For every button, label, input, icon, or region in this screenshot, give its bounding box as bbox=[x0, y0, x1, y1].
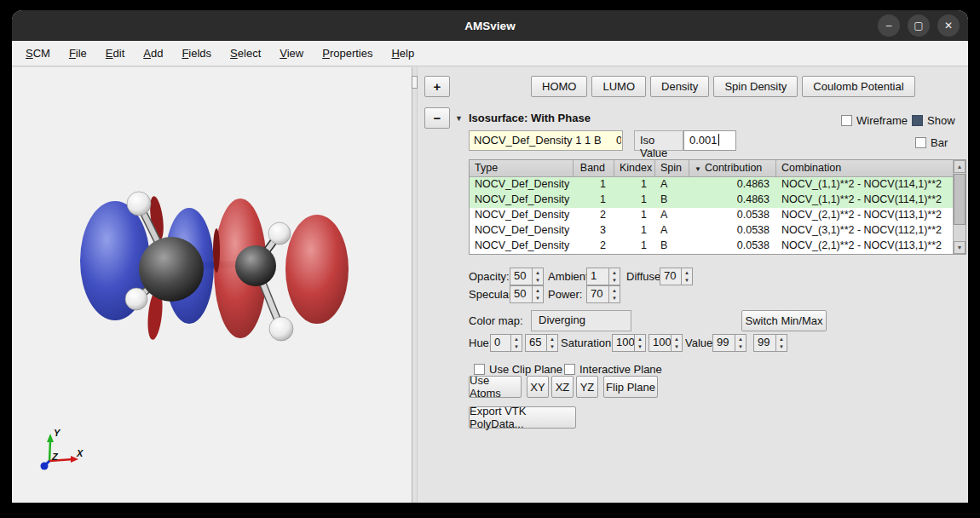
interactive-plane-checkbox[interactable] bbox=[564, 364, 575, 375]
spin-arrows: ▲▼ bbox=[681, 268, 692, 285]
scroll-down-icon[interactable]: ▼ bbox=[954, 241, 966, 254]
specular-spinbox[interactable]: 50▲▼ bbox=[510, 285, 544, 303]
saturation-max-spinbox[interactable]: 100▲▼ bbox=[649, 334, 683, 352]
column-header-combination[interactable]: Combination bbox=[776, 160, 966, 177]
spin-up-icon[interactable]: ▲ bbox=[672, 335, 682, 343]
spin-up-icon[interactable]: ▲ bbox=[547, 335, 557, 343]
homo-button[interactable]: HOMO bbox=[531, 76, 587, 97]
table-cell: B bbox=[655, 193, 689, 208]
column-header-spin[interactable]: Spin bbox=[655, 160, 689, 177]
bar-checkbox[interactable] bbox=[915, 137, 926, 148]
spin-up-icon[interactable]: ▲ bbox=[533, 286, 543, 295]
spin-arrows: ▲▼ bbox=[608, 268, 620, 285]
titlebar[interactable]: AMSview – ▢ ✕ bbox=[12, 10, 968, 41]
wireframe-checkbox[interactable] bbox=[841, 115, 852, 126]
column-header-band[interactable]: Band bbox=[574, 160, 614, 177]
spin-up-icon[interactable]: ▲ bbox=[609, 286, 620, 295]
spin-down-icon[interactable]: ▼ bbox=[609, 277, 620, 285]
menu-fields[interactable]: Fields bbox=[175, 43, 218, 63]
table-row[interactable]: NOCV_Def_Density21B0.0538NOCV_(2,1)**2 -… bbox=[470, 239, 966, 254]
export-vtk-button[interactable]: Export VTK PolyData... bbox=[469, 406, 576, 429]
maximize-icon[interactable]: ▢ bbox=[908, 14, 930, 37]
yz-plane-button[interactable]: YZ bbox=[576, 376, 598, 398]
table-cell: 2 bbox=[574, 208, 614, 223]
close-icon[interactable]: ✕ bbox=[937, 14, 960, 37]
scrollbar-thumb[interactable] bbox=[954, 174, 966, 225]
menu-help[interactable]: Help bbox=[384, 43, 421, 63]
ambient-spinbox[interactable]: 1▲▼ bbox=[586, 268, 620, 285]
spin-down-icon[interactable]: ▼ bbox=[682, 277, 692, 285]
iso-value-input[interactable]: 0.001 bbox=[683, 130, 736, 151]
xy-plane-button[interactable]: XY bbox=[527, 376, 549, 398]
colormap-label: Color map: bbox=[469, 314, 523, 327]
density-button[interactable]: Density bbox=[650, 76, 709, 97]
spin-up-icon[interactable]: ▲ bbox=[776, 335, 787, 343]
spin-up-icon[interactable]: ▲ bbox=[635, 335, 645, 343]
colormap-combo[interactable]: Diverging bbox=[531, 310, 631, 331]
power-spinbox[interactable]: 70▲▼ bbox=[586, 285, 620, 303]
spin-up-icon[interactable]: ▲ bbox=[533, 268, 543, 277]
switch-minmax-button[interactable]: Switch Min/Max bbox=[741, 310, 827, 331]
spin-value: 100 bbox=[649, 335, 671, 351]
field-selector-clipped-value: 0 bbox=[616, 134, 621, 147]
column-header-type[interactable]: Type bbox=[470, 160, 574, 177]
menu-scm[interactable]: SCM bbox=[19, 43, 57, 63]
spin-up-icon[interactable]: ▲ bbox=[511, 335, 522, 343]
menu-view[interactable]: View bbox=[273, 43, 310, 63]
diffuse-spinbox[interactable]: 70▲▼ bbox=[660, 268, 693, 285]
spin-down-icon[interactable]: ▼ bbox=[547, 343, 557, 352]
menu-edit[interactable]: Edit bbox=[99, 43, 131, 63]
table-row[interactable]: NOCV_Def_Density21A0.0538NOCV_(2,1)**2 -… bbox=[470, 208, 966, 223]
flip-plane-button[interactable]: Flip Plane bbox=[603, 376, 658, 398]
hydrogen-atom-top-right bbox=[268, 222, 291, 245]
carbon-atom-right bbox=[235, 245, 276, 286]
nocv-field-table[interactable]: Type Band Kindex Spin ▼Contribution Comb… bbox=[469, 159, 966, 255]
splitter-handle[interactable] bbox=[412, 76, 418, 89]
spin-arrows: ▲▼ bbox=[532, 268, 543, 285]
menu-properties[interactable]: Properties bbox=[315, 43, 379, 63]
table-row[interactable]: NOCV_Def_Density31A0.0538NOCV_(3,1)**2 -… bbox=[470, 223, 966, 239]
menu-add[interactable]: Add bbox=[136, 43, 170, 63]
add-field-button[interactable]: + bbox=[424, 76, 450, 97]
saturation-min-spinbox[interactable]: 100▲▼ bbox=[612, 334, 646, 352]
spin-down-icon[interactable]: ▼ bbox=[533, 277, 543, 285]
spin-down-icon[interactable]: ▼ bbox=[511, 343, 522, 352]
pane-splitter[interactable] bbox=[412, 67, 418, 503]
table-row[interactable]: NOCV_Def_Density11A0.4863NOCV_(1,1)**2 -… bbox=[470, 177, 966, 193]
field-selector-combo[interactable]: NOCV_Def_Density 1 1 B 0 bbox=[469, 130, 623, 151]
remove-isosurface-button[interactable]: − bbox=[424, 107, 450, 129]
spin-down-icon[interactable]: ▼ bbox=[533, 295, 543, 303]
lumo-button[interactable]: LUMO bbox=[591, 76, 646, 97]
menu-file[interactable]: File bbox=[62, 43, 94, 63]
spin-density-button[interactable]: Spin Density bbox=[713, 76, 798, 97]
column-header-contribution[interactable]: ▼Contribution bbox=[689, 160, 776, 177]
value-max-spinbox[interactable]: 99▲▼ bbox=[753, 334, 787, 352]
menu-select[interactable]: Select bbox=[223, 43, 268, 63]
use-atoms-button[interactable]: Use Atoms bbox=[469, 376, 522, 398]
spin-down-icon[interactable]: ▼ bbox=[672, 343, 682, 352]
table-row[interactable]: NOCV_Def_Density11B0.4863NOCV_(1,1)**2 -… bbox=[470, 193, 966, 208]
spin-up-icon[interactable]: ▲ bbox=[735, 335, 746, 343]
expander-icon[interactable]: ▼ bbox=[455, 114, 463, 123]
table-cell: 1 bbox=[614, 177, 655, 193]
spin-down-icon[interactable]: ▼ bbox=[609, 295, 620, 303]
spin-up-icon[interactable]: ▲ bbox=[682, 268, 692, 277]
viewport-3d[interactable]: Y X Z bbox=[12, 67, 412, 503]
spin-down-icon[interactable]: ▼ bbox=[735, 343, 746, 352]
show-checkbox[interactable] bbox=[912, 115, 923, 126]
opacity-spinbox[interactable]: 50▲▼ bbox=[510, 268, 544, 285]
table-cell: NOCV_Def_Density bbox=[470, 193, 574, 208]
minimize-icon[interactable]: – bbox=[878, 14, 900, 37]
value-min-spinbox[interactable]: 99▲▼ bbox=[712, 334, 747, 352]
hue-min-spinbox[interactable]: 0▲▼ bbox=[490, 334, 522, 352]
spin-down-icon[interactable]: ▼ bbox=[776, 343, 787, 352]
spin-down-icon[interactable]: ▼ bbox=[635, 343, 645, 352]
table-scrollbar[interactable]: ▲ ▼ bbox=[953, 160, 966, 254]
coulomb-potential-button[interactable]: Coulomb Potential bbox=[802, 76, 914, 97]
spin-up-icon[interactable]: ▲ bbox=[609, 268, 620, 277]
xz-plane-button[interactable]: XZ bbox=[551, 376, 574, 398]
column-header-kindex[interactable]: Kindex bbox=[614, 160, 655, 177]
table-body: NOCV_Def_Density11A0.4863NOCV_(1,1)**2 -… bbox=[470, 177, 966, 254]
scroll-up-icon[interactable]: ▲ bbox=[954, 160, 966, 173]
hue-max-spinbox[interactable]: 65▲▼ bbox=[525, 334, 558, 352]
